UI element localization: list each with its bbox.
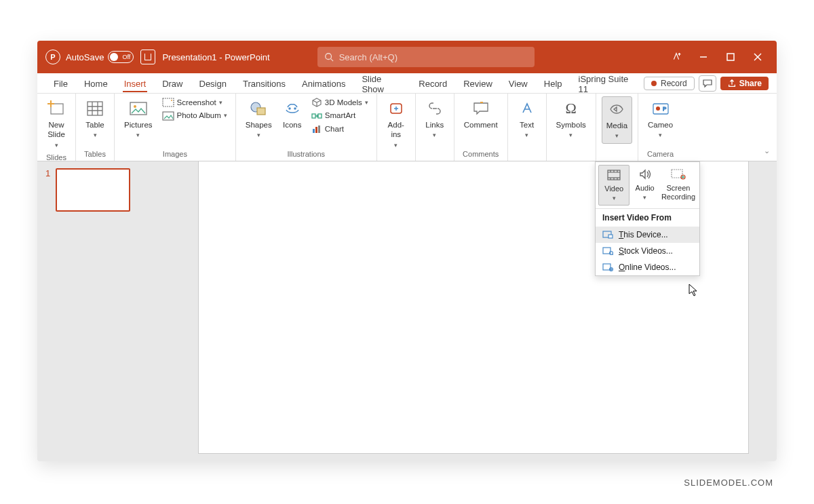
dropdown-header: Insert Video From [596, 209, 699, 227]
3d-models-button[interactable]: 3D Models ▾ [309, 96, 371, 109]
ribbon-insert: New Slide▾ Slides Table▾ Tables Pictures… [37, 94, 777, 161]
search-icon [324, 52, 334, 62]
group-links: Links▾ [416, 94, 454, 161]
group-camera: P Cameo▾ Camera [638, 94, 682, 161]
audio-menu-button[interactable]: Audio▾ [629, 165, 659, 206]
svg-line-1 [330, 59, 333, 62]
slide-number: 1 [45, 168, 50, 178]
slide-thumbnails-pane[interactable]: 1 [37, 161, 170, 461]
addins-button[interactable]: Add- ins▾ [383, 96, 410, 152]
autosave-switch[interactable]: Off [108, 51, 134, 63]
svg-point-30 [656, 106, 660, 111]
group-addins: Add- ins▾ [377, 94, 416, 161]
slide-thumbnail-1[interactable] [56, 168, 130, 212]
search-placeholder: Search (Alt+Q) [339, 52, 398, 62]
cameo-button[interactable]: P Cameo▾ [644, 96, 677, 142]
document-title: Presentation1 - PowerPoint [162, 52, 269, 62]
svg-line-49 [613, 254, 613, 255]
stock-icon [602, 246, 613, 256]
svg-rect-20 [257, 108, 265, 115]
comment-button[interactable]: Comment [460, 96, 502, 132]
ribbon-tabs: File Home Insert Draw Design Transitions… [37, 73, 777, 94]
maximize-button[interactable] [718, 45, 743, 69]
svg-point-0 [325, 54, 331, 60]
svg-point-48 [610, 251, 613, 254]
online-videos-item[interactable]: Online Videos... [596, 259, 699, 275]
svg-rect-25 [313, 129, 315, 133]
group-text: Text▾ [508, 94, 547, 161]
group-media: Media▾ [596, 94, 638, 161]
tab-ispring[interactable]: iSpring Suite 11 [570, 70, 644, 97]
tab-insert[interactable]: Insert [116, 75, 155, 92]
search-box[interactable]: Search (Alt+Q) [317, 47, 535, 67]
group-symbols: Ω Symbols▾ [547, 94, 596, 161]
svg-rect-23 [312, 114, 315, 118]
record-button[interactable]: Record [644, 77, 695, 90]
tab-view[interactable]: View [501, 75, 536, 92]
device-icon [602, 230, 613, 239]
icons-button[interactable]: Icons [279, 96, 306, 132]
smartart-button[interactable]: SmartArt [309, 109, 371, 121]
title-bar: P AutoSave Off Presentation1 - PowerPoin… [37, 41, 777, 73]
svg-rect-16 [163, 98, 174, 106]
autosave-toggle[interactable]: AutoSave Off [66, 51, 134, 63]
group-images: Pictures▾ Screenshot ▾ Photo Album ▾ Ima… [115, 94, 236, 161]
svg-point-21 [289, 108, 290, 109]
shapes-button[interactable]: Shapes▾ [241, 96, 276, 142]
tab-file[interactable]: File [45, 75, 76, 92]
screenshot-button[interactable]: Screenshot ▾ [159, 96, 230, 109]
svg-text:P: P [663, 106, 666, 112]
video-menu-button[interactable]: Video▾ [598, 165, 629, 206]
group-tables: Table▾ Tables [76, 94, 115, 161]
share-button[interactable]: Share [720, 77, 769, 90]
svg-point-17 [171, 100, 172, 101]
svg-rect-9 [88, 102, 102, 115]
svg-rect-46 [608, 235, 613, 238]
photo-album-button[interactable]: Photo Album ▾ [159, 109, 230, 121]
media-dropdown: Video▾ Audio▾ Screen Recording Insert Vi… [595, 161, 700, 276]
table-button[interactable]: Table▾ [81, 96, 109, 142]
screen-recording-button[interactable]: Screen Recording [660, 165, 697, 206]
powerpoint-app-icon: P [45, 50, 60, 64]
collapse-ribbon-button[interactable]: ⌄ [764, 147, 770, 155]
svg-rect-26 [315, 127, 317, 133]
links-button[interactable]: Links▾ [421, 96, 448, 142]
svg-rect-6 [51, 104, 63, 114]
pictures-button[interactable]: Pictures▾ [120, 96, 157, 142]
autosave-label: AutoSave [66, 52, 104, 62]
tab-record[interactable]: Record [410, 75, 455, 92]
watermark: SLIDEMODEL.COM [684, 478, 773, 488]
save-button[interactable] [140, 50, 155, 64]
symbols-button[interactable]: Ω Symbols▾ [552, 96, 590, 142]
text-button[interactable]: Text▾ [513, 96, 541, 142]
ribbon-display-button[interactable] [664, 45, 689, 69]
tab-slideshow[interactable]: Slide Show [353, 70, 410, 97]
svg-rect-27 [318, 125, 320, 133]
this-device-item[interactable]: This Device... [596, 227, 699, 243]
svg-rect-3 [727, 54, 734, 60]
svg-point-22 [294, 108, 296, 109]
tab-animations[interactable]: Animations [294, 75, 353, 92]
group-illustrations: Shapes▾ Icons 3D Models ▾ SmartArt [236, 94, 377, 161]
group-comments: Comment Comments [454, 94, 508, 161]
minimize-button[interactable] [691, 45, 716, 69]
tab-draw[interactable]: Draw [154, 75, 191, 92]
online-icon [602, 263, 613, 272]
tab-review[interactable]: Review [455, 75, 501, 92]
stock-videos-item[interactable]: Stock Videos... [596, 243, 699, 259]
powerpoint-window: P AutoSave Off Presentation1 - PowerPoin… [37, 41, 777, 461]
svg-point-15 [134, 105, 136, 108]
group-slides: New Slide▾ Slides [37, 94, 76, 161]
media-button[interactable]: Media▾ [602, 96, 632, 144]
tab-home[interactable]: Home [76, 75, 116, 92]
tab-help[interactable]: Help [536, 75, 570, 92]
chart-button[interactable]: Chart [309, 123, 371, 135]
tab-transitions[interactable]: Transitions [235, 75, 294, 92]
tab-design[interactable]: Design [191, 75, 235, 92]
comments-pane-button[interactable] [699, 75, 716, 92]
new-slide-button[interactable]: New Slide▾ [43, 96, 70, 152]
close-button[interactable] [745, 45, 770, 69]
